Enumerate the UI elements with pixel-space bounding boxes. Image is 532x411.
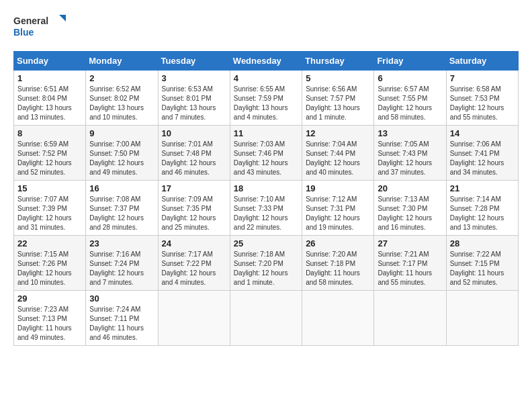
calendar-cell: 20Sunrise: 7:13 AMSunset: 7:30 PMDayligh… [374, 181, 446, 236]
day-number: 18 [234, 183, 298, 193]
calendar-cell: 8Sunrise: 6:59 AMSunset: 7:52 PMDaylight… [14, 126, 86, 181]
calendar-cell: 2Sunrise: 6:52 AMSunset: 8:02 PMDaylight… [86, 71, 158, 126]
day-number: 20 [378, 183, 442, 193]
day-number: 6 [378, 73, 442, 83]
calendar-cell: 13Sunrise: 7:05 AMSunset: 7:43 PMDayligh… [374, 126, 446, 181]
day-number: 10 [162, 128, 226, 138]
calendar-body: 1Sunrise: 6:51 AMSunset: 8:04 PMDaylight… [14, 71, 519, 346]
day-number: 4 [234, 73, 298, 83]
day-info: Sunrise: 7:23 AMSunset: 7:13 PMDaylight:… [17, 305, 82, 342]
calendar-cell: 14Sunrise: 7:06 AMSunset: 7:41 PMDayligh… [446, 126, 518, 181]
calendar-cell: 18Sunrise: 7:10 AMSunset: 7:33 PMDayligh… [230, 181, 302, 236]
day-number: 16 [89, 183, 154, 193]
calendar-header-row: SundayMondayTuesdayWednesdayThursdayFrid… [14, 52, 519, 71]
day-info: Sunrise: 7:10 AMSunset: 7:33 PMDaylight:… [234, 195, 298, 232]
day-info: Sunrise: 7:12 AMSunset: 7:31 PMDaylight:… [306, 195, 370, 232]
day-number: 7 [450, 73, 515, 83]
calendar-cell: 5Sunrise: 6:56 AMSunset: 7:57 PMDaylight… [302, 71, 374, 126]
calendar-cell: 7Sunrise: 6:58 AMSunset: 7:53 PMDaylight… [446, 71, 518, 126]
page-header: General Blue [13, 13, 519, 40]
day-info: Sunrise: 7:07 AMSunset: 7:39 PMDaylight:… [17, 195, 82, 232]
day-number: 30 [89, 293, 154, 304]
day-info: Sunrise: 7:01 AMSunset: 7:48 PMDaylight:… [162, 140, 226, 177]
calendar-cell: 22Sunrise: 7:15 AMSunset: 7:26 PMDayligh… [14, 236, 86, 291]
calendar-table: SundayMondayTuesdayWednesdayThursdayFrid… [13, 51, 519, 346]
day-info: Sunrise: 7:16 AMSunset: 7:24 PMDaylight:… [89, 250, 154, 287]
day-number: 2 [89, 73, 154, 83]
day-info: Sunrise: 7:18 AMSunset: 7:20 PMDaylight:… [234, 250, 298, 287]
calendar-week-5: 29Sunrise: 7:23 AMSunset: 7:13 PMDayligh… [14, 291, 519, 346]
calendar-cell [302, 291, 374, 346]
calendar-week-1: 1Sunrise: 6:51 AMSunset: 8:04 PMDaylight… [14, 71, 519, 126]
day-number: 13 [378, 128, 442, 138]
day-number: 26 [306, 238, 370, 248]
day-number: 22 [17, 238, 82, 248]
day-info: Sunrise: 6:52 AMSunset: 8:02 PMDaylight:… [89, 85, 154, 122]
day-number: 29 [17, 293, 82, 304]
header-saturday: Saturday [446, 52, 518, 71]
day-number: 1 [17, 73, 82, 83]
day-number: 14 [450, 128, 515, 138]
header-wednesday: Wednesday [230, 52, 302, 71]
calendar-cell: 3Sunrise: 6:53 AMSunset: 8:01 PMDaylight… [158, 71, 230, 126]
calendar-cell: 12Sunrise: 7:04 AMSunset: 7:44 PMDayligh… [302, 126, 374, 181]
calendar-cell: 29Sunrise: 7:23 AMSunset: 7:13 PMDayligh… [14, 291, 86, 346]
calendar-cell: 30Sunrise: 7:24 AMSunset: 7:11 PMDayligh… [86, 291, 158, 346]
day-info: Sunrise: 7:09 AMSunset: 7:35 PMDaylight:… [162, 195, 226, 232]
day-info: Sunrise: 7:15 AMSunset: 7:26 PMDaylight:… [17, 250, 82, 287]
logo: General Blue [13, 13, 67, 40]
day-info: Sunrise: 7:08 AMSunset: 7:37 PMDaylight:… [89, 195, 154, 232]
calendar-cell: 27Sunrise: 7:21 AMSunset: 7:17 PMDayligh… [374, 236, 446, 291]
calendar-cell: 11Sunrise: 7:03 AMSunset: 7:46 PMDayligh… [230, 126, 302, 181]
calendar-cell: 6Sunrise: 6:57 AMSunset: 7:55 PMDaylight… [374, 71, 446, 126]
header-friday: Friday [374, 52, 446, 71]
day-number: 23 [89, 238, 154, 248]
svg-text:Blue: Blue [13, 27, 34, 38]
day-info: Sunrise: 6:51 AMSunset: 8:04 PMDaylight:… [17, 85, 82, 122]
day-info: Sunrise: 7:14 AMSunset: 7:28 PMDaylight:… [450, 195, 515, 232]
calendar-week-2: 8Sunrise: 6:59 AMSunset: 7:52 PMDaylight… [14, 126, 519, 181]
day-info: Sunrise: 7:22 AMSunset: 7:15 PMDaylight:… [450, 250, 515, 287]
calendar-cell [230, 291, 302, 346]
calendar-cell: 1Sunrise: 6:51 AMSunset: 8:04 PMDaylight… [14, 71, 86, 126]
day-info: Sunrise: 6:59 AMSunset: 7:52 PMDaylight:… [17, 140, 82, 177]
day-number: 24 [162, 238, 226, 248]
header-tuesday: Tuesday [158, 52, 230, 71]
day-info: Sunrise: 7:13 AMSunset: 7:30 PMDaylight:… [378, 195, 442, 232]
day-number: 11 [234, 128, 298, 138]
day-info: Sunrise: 7:17 AMSunset: 7:22 PMDaylight:… [162, 250, 226, 287]
day-number: 3 [162, 73, 226, 83]
day-info: Sunrise: 6:55 AMSunset: 7:59 PMDaylight:… [234, 85, 298, 122]
day-number: 21 [450, 183, 515, 193]
svg-marker-2 [59, 15, 66, 21]
calendar-cell: 19Sunrise: 7:12 AMSunset: 7:31 PMDayligh… [302, 181, 374, 236]
day-number: 15 [17, 183, 82, 193]
header-thursday: Thursday [302, 52, 374, 71]
calendar-cell [374, 291, 446, 346]
calendar-cell: 28Sunrise: 7:22 AMSunset: 7:15 PMDayligh… [446, 236, 518, 291]
day-number: 27 [378, 238, 442, 248]
calendar-cell: 15Sunrise: 7:07 AMSunset: 7:39 PMDayligh… [14, 181, 86, 236]
day-number: 12 [306, 128, 370, 138]
logo-svg: General Blue [13, 13, 67, 40]
day-number: 28 [450, 238, 515, 248]
calendar-cell: 4Sunrise: 6:55 AMSunset: 7:59 PMDaylight… [230, 71, 302, 126]
calendar-cell: 10Sunrise: 7:01 AMSunset: 7:48 PMDayligh… [158, 126, 230, 181]
day-number: 5 [306, 73, 370, 83]
day-info: Sunrise: 7:21 AMSunset: 7:17 PMDaylight:… [378, 250, 442, 287]
svg-text:General: General [13, 15, 48, 26]
day-info: Sunrise: 7:05 AMSunset: 7:43 PMDaylight:… [378, 140, 442, 177]
calendar-cell: 26Sunrise: 7:20 AMSunset: 7:18 PMDayligh… [302, 236, 374, 291]
calendar-cell [446, 291, 518, 346]
day-info: Sunrise: 6:57 AMSunset: 7:55 PMDaylight:… [378, 85, 442, 122]
calendar-cell: 24Sunrise: 7:17 AMSunset: 7:22 PMDayligh… [158, 236, 230, 291]
day-number: 25 [234, 238, 298, 248]
calendar-cell: 23Sunrise: 7:16 AMSunset: 7:24 PMDayligh… [86, 236, 158, 291]
day-info: Sunrise: 7:03 AMSunset: 7:46 PMDaylight:… [234, 140, 298, 177]
header-sunday: Sunday [14, 52, 86, 71]
day-info: Sunrise: 7:20 AMSunset: 7:18 PMDaylight:… [306, 250, 370, 287]
day-info: Sunrise: 7:24 AMSunset: 7:11 PMDaylight:… [89, 305, 154, 342]
day-number: 17 [162, 183, 226, 193]
day-number: 8 [17, 128, 82, 138]
calendar-week-4: 22Sunrise: 7:15 AMSunset: 7:26 PMDayligh… [14, 236, 519, 291]
